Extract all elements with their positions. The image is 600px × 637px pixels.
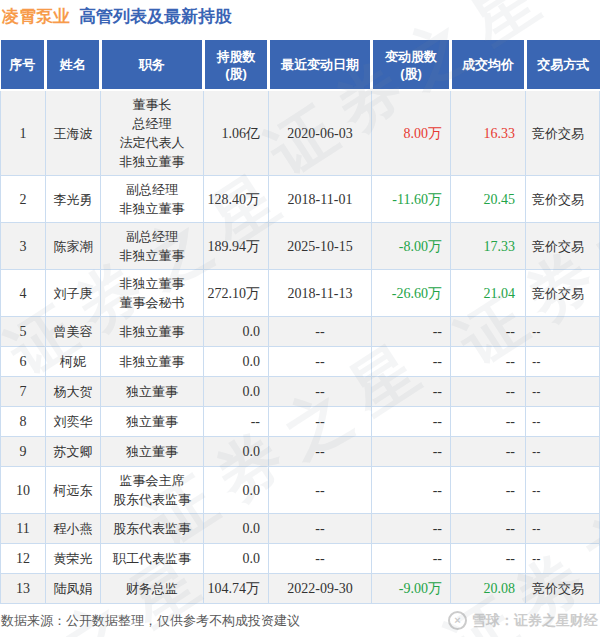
role-line: 财务总监 [103,579,201,598]
role-line: 董事会秘书 [103,293,201,312]
cell-avg-price: 16.33 [451,90,526,176]
cell-change-date: 2022-09-30 [269,574,372,604]
cell-serial: 9 [1,437,46,467]
column-header-position: 职务 [101,40,204,90]
role-line: 监事会主席 [103,471,201,490]
cell-trade-method: 竞价交易 [526,574,600,604]
cell-change-date: -- [269,347,372,377]
table-row: 13陆凤娟财务总监104.74万2022-09-30-9.00万20.08竞价交… [1,574,600,604]
role-line: 总经理 [103,114,201,133]
role-line: 职工代表监事 [103,549,201,568]
cell-name: 陆凤娟 [46,574,101,604]
cell-change-shares: -- [372,437,451,467]
cell-roles: 非独立董事 [101,347,204,377]
cell-avg-price: -- [451,514,526,544]
cell-name: 刘子庚 [46,270,101,317]
role-line: 非独立董事 [103,152,201,171]
cell-change-date: -- [269,544,372,574]
cell-serial: 4 [1,270,46,317]
cell-name: 曾美容 [46,317,101,347]
cell-roles: 独立董事 [101,407,204,437]
table-row: 8刘奕华独立董事---------- [1,407,600,437]
cell-shares: 0.0 [204,437,269,467]
cell-name: 杨大贺 [46,377,101,407]
cell-change-date: -- [269,514,372,544]
cell-trade-method: -- [526,514,600,544]
cell-serial: 6 [1,347,46,377]
cell-serial: 3 [1,223,46,270]
table-row: 11程小燕股东代表监事0.0-------- [1,514,600,544]
column-header-change_date: 最近变动日期 [269,40,372,90]
cell-change-date: 2018-11-13 [269,270,372,317]
cell-trade-method: -- [526,467,600,514]
cell-shares: 189.94万 [204,223,269,270]
column-header-shares: 持股数 (股) [204,40,269,90]
cell-change-date: -- [269,437,372,467]
cell-trade-method: 竞价交易 [526,176,600,223]
cell-serial: 7 [1,377,46,407]
cell-roles: 股东代表监事 [101,514,204,544]
cell-avg-price: 17.33 [451,223,526,270]
table-row: 1王海波董事长总经理法定代表人非独立董事1.06亿2020-06-038.00万… [1,90,600,176]
footer: 数据来源：公开数据整理，仅供参考不构成投资建议 × 雪球：证券之星财经 [0,611,600,630]
role-line: 非独立董事 [103,274,201,293]
cell-avg-price: -- [451,347,526,377]
cell-name: 黄荣光 [46,544,101,574]
brand: × 雪球：证券之星财经 [448,611,600,630]
cell-roles: 独立董事 [101,437,204,467]
title-bar: 凌霄泵业高管列表及最新持股 [0,0,600,34]
cell-serial: 8 [1,407,46,437]
role-line: 股东代表监事 [103,490,201,509]
cell-roles: 职工代表监事 [101,544,204,574]
cell-name: 陈家潮 [46,223,101,270]
role-line: 独立董事 [103,442,201,461]
cell-change-date: -- [269,377,372,407]
cell-roles: 副总经理非独立董事 [101,223,204,270]
cell-roles: 监事会主席股东代表监事 [101,467,204,514]
cell-serial: 12 [1,544,46,574]
cell-name: 程小燕 [46,514,101,544]
cell-shares: 0.0 [204,317,269,347]
column-header-change_shares: 变动股数 (股) [372,40,451,90]
role-line: 独立董事 [103,412,201,431]
page-title: 高管列表及最新持股 [79,7,232,26]
cell-roles: 董事长总经理法定代表人非独立董事 [101,90,204,176]
cell-shares: -- [204,407,269,437]
holdings-table: 序号姓名职务持股数 (股)最近变动日期变动股数 (股)成交均价交易方式 1王海波… [0,40,600,604]
column-header-avg_price: 成交均价 [451,40,526,90]
column-header-name: 姓名 [46,40,101,90]
cell-change-shares: -- [372,347,451,377]
xueqiu-logo-icon: × [448,611,467,630]
role-line: 非独立董事 [103,352,201,371]
cell-shares: 0.0 [204,347,269,377]
role-line: 独立董事 [103,382,201,401]
cell-change-shares: -- [372,514,451,544]
role-line: 非独立董事 [103,199,201,218]
cell-change-shares: -26.60万 [372,270,451,317]
cell-avg-price: 20.45 [451,176,526,223]
source-note: 数据来源：公开数据整理，仅供参考不构成投资建议 [0,612,300,630]
cell-shares: 0.0 [204,467,269,514]
cell-roles: 非独立董事 [101,317,204,347]
cell-shares: 104.74万 [204,574,269,604]
cell-shares: 1.06亿 [204,90,269,176]
role-line: 法定代表人 [103,133,201,152]
cell-roles: 独立董事 [101,377,204,407]
role-line: 非独立董事 [103,246,201,265]
cell-trade-method: 竞价交易 [526,223,600,270]
brand-text: 雪球：证券之星财经 [472,612,598,630]
cell-serial: 11 [1,514,46,544]
cell-shares: 128.40万 [204,176,269,223]
cell-change-date: -- [269,467,372,514]
cell-name: 柯妮 [46,347,101,377]
cell-shares: 0.0 [204,544,269,574]
cell-shares: 0.0 [204,514,269,544]
cell-trade-method: -- [526,544,600,574]
executive-holdings-card: 凌霄泵业高管列表及最新持股 序号姓名职务持股数 (股)最近变动日期变动股数 (股… [0,0,600,637]
cell-name: 苏文卿 [46,437,101,467]
role-line: 股东代表监事 [103,519,201,538]
column-header-no: 序号 [1,40,46,90]
cell-change-date: 2025-10-15 [269,223,372,270]
cell-trade-method: -- [526,317,600,347]
cell-change-date: 2018-11-01 [269,176,372,223]
